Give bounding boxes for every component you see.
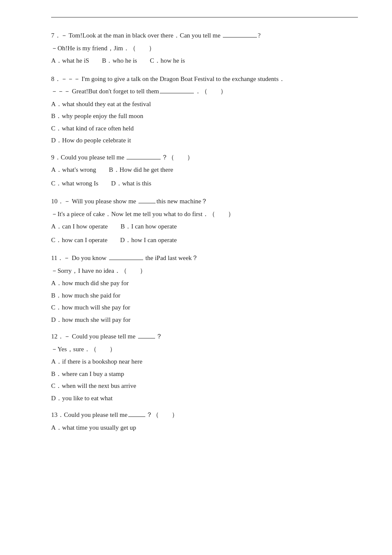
q10-optB: B．I can how operate (121, 221, 177, 232)
q10-options-row1: A．can I how operate B．I can how operate (51, 221, 358, 234)
q8-optA: A．what should they eat at the festival (51, 99, 358, 110)
q12-optD: D．you like to eat what (51, 393, 358, 404)
q8-line1: 8．－－－ I'm going to give a talk on the Dr… (51, 74, 358, 85)
q11-optB: B．how much she paid for (51, 290, 358, 301)
q9-options-row2: C．what wrong Is D．what is this (51, 178, 358, 191)
q12-line1: 12．－ Could you please tell me ？ (51, 331, 358, 342)
question-8: 8．－－－ I'm going to give a talk on the Dr… (51, 74, 358, 146)
q9-line1: 9．Could you please tell me ？（ ） (51, 152, 358, 163)
question-11: 11．－ Do you know the iPad last week？ －So… (51, 253, 358, 325)
question-7: 7．－ Tom!Look at the man in black over th… (51, 30, 358, 68)
q12-optC: C．when will the next bus arrive (51, 381, 358, 392)
q10-optC: C．how can I operate (51, 235, 107, 246)
q7-optB: B．who he is (102, 55, 137, 66)
question-10: 10．－ Will you please show me this new ma… (51, 196, 358, 247)
q10-line2: －It's a piece of cake．Now let me tell yo… (51, 209, 358, 220)
q10-optD: D．how I can operate (120, 235, 177, 246)
q12-optB: B．where can I buy a stamp (51, 369, 358, 380)
q8-optC: C．what kind of race often held (51, 123, 358, 134)
q11-blank (109, 260, 143, 260)
q11-optC: C．how much will she pay for (51, 302, 358, 313)
q9-optA: A．what's wrong (51, 165, 96, 176)
q9-options-row1: A．what's wrong B．How did he get there (51, 165, 358, 177)
q7-optA: A．what he iS (51, 55, 89, 66)
q9-blank (127, 159, 161, 159)
q9-optC: C．what wrong Is (51, 178, 98, 189)
q12-optA: A．if there is a bookshop near here (51, 356, 358, 367)
q11-line1: 11．－ Do you know the iPad last week？ (51, 253, 358, 264)
q7-optC: C．how he is (150, 55, 185, 66)
q13-blank (128, 416, 145, 417)
q11-line2: －Sorry，I have no idea．（ ） (51, 266, 358, 277)
q11-optA: A．how much did she pay for (51, 278, 358, 289)
q10-optA: A．can I how operate (51, 221, 108, 232)
q10-blank (138, 203, 156, 203)
q8-optD: D．How do people celebrate it (51, 135, 358, 146)
q8-line2: －－－ Great!But don't forget to tell them．… (51, 86, 358, 97)
q10-options-row2: C．how can I operate D．how I can operate (51, 235, 358, 247)
question-9: 9．Could you please tell me ？（ ） A．what's… (51, 152, 358, 191)
q10-line1: 10．－ Will you please show me this new ma… (51, 196, 358, 207)
top-border (51, 17, 358, 17)
q8-optB: B．why people enjoy the full moon (51, 111, 358, 122)
q7-blank (223, 37, 257, 38)
question-13: 13．Could you please tell me？（ ） A．what t… (51, 410, 358, 433)
q12-line2: －Yes，sure．（ ） (51, 344, 358, 355)
q7-options: A．what he iS B．who he is C．how he is (51, 55, 358, 68)
q13-line1: 13．Could you please tell me？（ ） (51, 410, 358, 421)
q13-optA: A．what time you usually get up (51, 422, 358, 434)
q9-optB: B．How did he get there (109, 165, 173, 176)
q12-blank (138, 338, 155, 338)
q7-line2: －Oh!He is my friend，Jim．（ ） (51, 43, 358, 54)
question-12: 12．－ Could you please tell me ？ －Yes，sur… (51, 331, 358, 404)
q11-optD: D．how much she will pay for (51, 315, 358, 326)
q7-line1: 7．－ Tom!Look at the man in black over th… (51, 30, 358, 41)
q8-blank (160, 93, 194, 93)
q9-optD: D．what is this (111, 178, 151, 189)
